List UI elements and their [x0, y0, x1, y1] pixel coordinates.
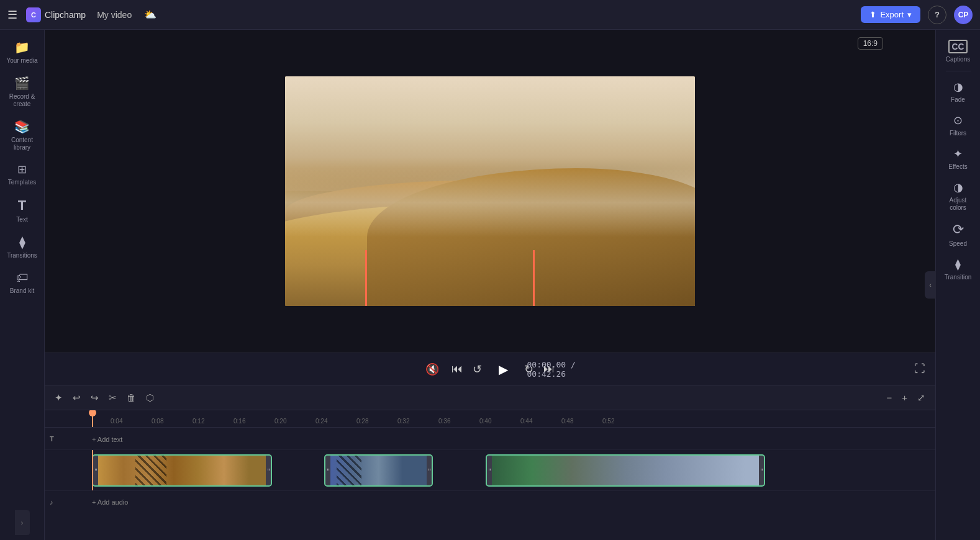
split-button[interactable]: ✂	[106, 390, 119, 406]
menu-icon[interactable]: ☰	[7, 8, 17, 22]
sidebar-item-content-library[interactable]: 📚 Content library	[2, 114, 42, 155]
your-media-icon: 📁	[14, 40, 30, 55]
sidebar-item-label: Brand kit	[10, 287, 34, 295]
export-icon: ⬆	[869, 10, 876, 19]
captions-icon: CC	[948, 40, 967, 53]
clip-2-content	[330, 456, 427, 485]
handle-icon: ⠿	[488, 468, 491, 473]
video-clip-3[interactable]: ⠿ ⠿	[486, 454, 765, 487]
right-sidebar-item-captions[interactable]: CC Captions	[938, 35, 978, 67]
video-track: ⠿ ⠿	[45, 450, 935, 491]
right-sidebar-item-filters[interactable]: ⊙ Filters	[938, 109, 978, 141]
magic-tool-button[interactable]: ✦	[52, 390, 65, 406]
left-sidebar: 📁 Your media 🎬 Record & create 📚 Content…	[0, 30, 45, 540]
ruler-tick-020: 0:20	[274, 418, 286, 425]
help-button[interactable]: ?	[928, 6, 946, 24]
user-avatar[interactable]: CP	[954, 6, 973, 24]
clip-left-handle[interactable]: ⠿	[325, 456, 330, 485]
right-sidebar-label: Captions	[946, 56, 970, 63]
handle-icon: ⠿	[267, 468, 270, 473]
undo-button[interactable]: ↩	[70, 390, 83, 406]
fit-to-screen-button[interactable]: ⤢	[915, 390, 928, 406]
sidebar-collapse-handle[interactable]: ›	[15, 510, 30, 535]
record-create-icon: 🎬	[14, 76, 30, 91]
rewind-button[interactable]: ↺	[473, 362, 482, 376]
sidebar-item-templates[interactable]: ⊞ Templates	[2, 158, 42, 190]
fullscreen-button[interactable]: ⛶	[914, 362, 925, 376]
ruler-tick-028: 0:28	[356, 418, 368, 425]
brand-kit-icon: 🏷	[16, 271, 29, 285]
right-sidebar-divider	[946, 71, 971, 71]
effects-icon: ✦	[953, 147, 963, 161]
right-sidebar-label: Adjust colors	[941, 197, 976, 212]
add-text-button[interactable]: + Add text	[92, 433, 122, 444]
topbar-right: ⬆ Export ▾ ? CP	[861, 6, 973, 24]
timecode-display: 00:00.00 / 00:42.26	[527, 360, 579, 379]
sidebar-item-label: Record & create	[5, 93, 40, 108]
clip-1-content	[98, 456, 266, 485]
chevron-right-icon: ›	[21, 520, 23, 526]
clip-left-handle[interactable]: ⠿	[487, 456, 492, 485]
topbar: ☰ C Clipchamp My video ⛅ ⬆ Export ▾ ? CP	[0, 0, 980, 30]
video-clip-2[interactable]: ⠿ ⠿	[324, 454, 433, 487]
playhead-track-line	[92, 450, 93, 490]
sidebar-item-label: Transitions	[7, 252, 37, 259]
sidebar-item-your-media[interactable]: 📁 Your media	[2, 35, 42, 68]
sidebar-item-label: Your media	[6, 57, 37, 65]
clip-hatch	[337, 456, 361, 485]
sidebar-item-label: Content library	[5, 137, 40, 151]
fade-icon: ◑	[953, 80, 963, 94]
add-text-label: + Add text	[92, 436, 122, 443]
sidebar-item-label: Text	[16, 216, 27, 223]
handle-icon: ⠿	[94, 468, 98, 473]
cloud-save-icon: ⛅	[144, 9, 157, 20]
speed-icon: ⟳	[953, 222, 964, 238]
video-title[interactable]: My video	[97, 10, 132, 20]
export-button[interactable]: ⬆ Export ▾	[861, 6, 920, 23]
timeline-toolbar: ✦ ↩ ↪ ✂ 🗑 ⬡ − + ⤢	[45, 385, 935, 410]
ruler-tick-044: 0:44	[520, 418, 532, 425]
delete-button[interactable]: 🗑	[124, 390, 138, 405]
right-sidebar: ‹ CC Captions ◑ Fade ⊙ Filters ✦ Effects…	[935, 30, 980, 540]
playhead-line	[92, 410, 93, 427]
filters-icon: ⊙	[953, 114, 963, 127]
right-sidebar-item-effects[interactable]: ✦ Effects	[938, 142, 978, 174]
ruler-ticks: 0:04 0:08 0:12 0:16 0:20 0:24 0:28 0:32 …	[92, 410, 935, 427]
timeline-area: ✦ ↩ ↪ ✂ 🗑 ⬡ − + ⤢	[45, 385, 935, 540]
clip-3-content	[492, 456, 759, 485]
text-track-icon: T	[50, 435, 54, 443]
right-sidebar-item-fade[interactable]: ◑ Fade	[938, 75, 978, 107]
right-sidebar-collapse[interactable]: ‹	[925, 271, 936, 299]
text-icon: T	[18, 197, 26, 214]
chevron-left-icon: ‹	[929, 281, 932, 289]
sidebar-item-brand-kit[interactable]: 🏷 Brand kit	[2, 266, 42, 299]
play-button[interactable]: ▶	[492, 358, 514, 380]
sidebar-item-record-create[interactable]: 🎬 Record & create	[2, 71, 42, 112]
sidebar-item-transitions[interactable]: ⧫ Transitions	[2, 230, 42, 263]
export-caret-icon: ▾	[907, 10, 912, 19]
add-audio-button[interactable]: + Add audio	[92, 498, 128, 506]
clip-left-handle[interactable]: ⠿	[93, 456, 98, 485]
more-tools-button[interactable]: ⬡	[143, 390, 157, 406]
timeline-zoom: − + ⤢	[884, 390, 928, 406]
zoom-out-button[interactable]: −	[884, 390, 894, 405]
clip-right-handle[interactable]: ⠿	[427, 456, 432, 485]
right-sidebar-item-transition[interactable]: ⧫ Transition	[938, 253, 978, 285]
skip-back-button[interactable]: ⏮	[451, 362, 463, 376]
aspect-ratio-badge[interactable]: 16:9	[858, 37, 883, 50]
logo-area: C Clipchamp	[26, 7, 86, 22]
zoom-in-button[interactable]: +	[899, 390, 910, 405]
clip-right-handle[interactable]: ⠿	[759, 456, 764, 485]
clip-right-handle[interactable]: ⠿	[266, 456, 271, 485]
video-container	[285, 76, 695, 306]
video-clip-1[interactable]: ⠿ ⠿	[92, 454, 272, 487]
right-sidebar-item-speed[interactable]: ⟳ Speed	[938, 217, 978, 251]
sidebar-item-text[interactable]: T Text	[2, 192, 42, 227]
redo-button[interactable]: ↪	[88, 390, 101, 406]
preview-area: 16:9	[45, 30, 935, 353]
mute-button[interactable]: 🔇	[425, 362, 439, 376]
text-track-label: T	[45, 435, 92, 443]
text-track: T + Add text	[45, 428, 935, 450]
templates-icon: ⊞	[17, 163, 27, 176]
right-sidebar-item-adjust-colors[interactable]: ◑ Adjust colors	[938, 176, 978, 215]
